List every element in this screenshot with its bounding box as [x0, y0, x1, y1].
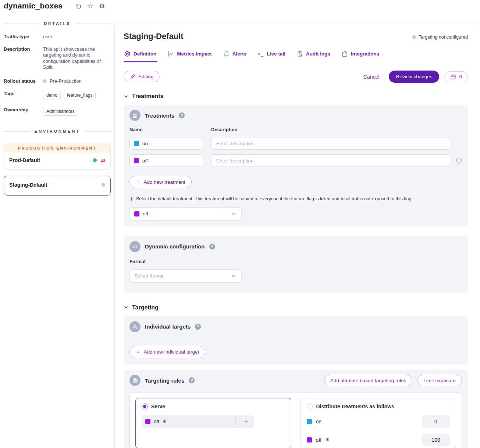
status-dot-active	[93, 158, 97, 162]
add-user-icon	[129, 321, 141, 332]
serve-label: Serve	[151, 404, 165, 409]
ownership-chip[interactable]: Administrators	[43, 107, 78, 116]
traffic-type-label: Traffic type	[4, 34, 43, 40]
distribution-percent-input[interactable]	[422, 415, 450, 428]
environment-card-staging[interactable]: Staging-Default	[4, 176, 111, 196]
flag-title: dynamic_boxes	[4, 1, 63, 10]
environment-card-prod[interactable]: PRODUCTION ENVIRONMENT Prod-Default ⇄	[4, 143, 111, 170]
audit-logs-icon	[297, 51, 303, 57]
serve-treatment-select[interactable]: off ✳	[142, 415, 254, 428]
name-column-header: Name	[129, 127, 203, 132]
rollout-status-value: Pre-Production	[43, 78, 111, 85]
star-icon[interactable]: ☆	[87, 3, 93, 9]
help-icon[interactable]: ?	[195, 324, 201, 330]
treatment-color-chip	[134, 158, 139, 163]
default-treatment-note: ✳ Select the default treatment. This tre…	[129, 196, 462, 202]
metrics-chart-icon	[168, 51, 174, 57]
add-new-individual-target-button[interactable]: ＋ Add new individual target	[129, 346, 205, 358]
individual-targets-panel: Individual targets ? ＋ Add new individua…	[124, 316, 468, 365]
add-attribute-rules-button[interactable]: Add attribute based targeting rules	[324, 375, 412, 386]
edit-toolbar: Editing Cancel Review changes 0	[124, 71, 468, 83]
distribute-label: Distribute treatments as follows	[316, 404, 394, 409]
ownership-row: Ownership Administrators	[0, 107, 114, 116]
traffic-type-value: user	[43, 34, 111, 40]
targeting-status-badge: Targeting not configured	[412, 35, 468, 40]
tab-live-tail[interactable]: >_ Live tail	[257, 48, 286, 62]
calendar-icon	[450, 74, 456, 80]
help-icon[interactable]: ?	[179, 112, 185, 118]
plus-icon: ＋	[136, 349, 141, 355]
description-column-header: Description	[211, 127, 238, 132]
treatments-grid-icon	[129, 110, 141, 121]
dynamic-configuration-title: Dynamic configuration	[145, 243, 205, 250]
treatment-color-chip	[145, 419, 150, 424]
tag-chip[interactable]: feature_flags	[64, 91, 96, 100]
individual-targets-title: Individual targets	[145, 323, 191, 330]
dynamic-configuration-panel: Dynamic configuration ? Format Select fo…	[124, 236, 468, 293]
serve-radio[interactable]	[142, 404, 147, 409]
targeting-rules-title: Targeting rules	[145, 377, 184, 384]
rollout-status-row: Rollout status Pre-Production	[0, 78, 114, 85]
distribute-radio[interactable]	[307, 404, 313, 409]
help-icon[interactable]: ?	[189, 377, 195, 383]
tab-metrics-impact[interactable]: Metrics impact	[167, 48, 213, 62]
pencil-icon	[130, 74, 135, 79]
cancel-button[interactable]: Cancel	[363, 74, 380, 80]
chevron-down-icon	[239, 419, 254, 424]
status-dot-inactive	[102, 183, 105, 187]
tag-chip[interactable]: demo	[43, 91, 61, 100]
distribution-percent-input[interactable]	[422, 434, 450, 446]
treatments-card-title: Treatments	[145, 112, 174, 119]
default-treatment-marker-icon: ✳	[326, 437, 330, 443]
treatment-description-input[interactable]	[211, 154, 450, 167]
tab-definition[interactable]: Definition	[124, 48, 157, 62]
help-icon[interactable]: ?	[209, 244, 215, 250]
description-row: Description This split showcases the tar…	[0, 46, 114, 71]
traffic-type-row: Traffic type user	[0, 34, 114, 40]
tab-alerts[interactable]: Alerts	[223, 48, 247, 62]
description-value: This split showcases the targeting and d…	[43, 46, 111, 71]
gear-icon[interactable]: ⚙	[99, 3, 105, 9]
targeting-section-header[interactable]: Targeting	[124, 304, 468, 311]
environment-name: Staging-Default	[9, 182, 47, 188]
limit-exposure-button[interactable]: Limit exposure	[417, 375, 462, 386]
format-select[interactable]: Select format	[129, 269, 242, 283]
treatment-description-input[interactable]	[211, 137, 450, 150]
default-treatment-marker-icon: ✳	[129, 196, 134, 202]
distribute-option-box[interactable]: Distribute treatments as follows on off …	[301, 398, 456, 448]
treatments-section-header[interactable]: Treatments	[124, 93, 468, 100]
tags-label: Tags	[4, 91, 43, 100]
targeting-rules-panel: Targeting rules ? Add attribute based ta…	[124, 370, 468, 448]
treatment-row: off !	[129, 154, 462, 167]
format-label: Format	[129, 259, 462, 264]
tab-integrations[interactable]: Integrations	[341, 48, 380, 62]
scheduled-changes-button[interactable]: 0	[444, 71, 468, 82]
swap-arrows-icon: ⇄	[100, 158, 105, 163]
distribution-row: on	[307, 415, 450, 428]
plus-icon: ＋	[136, 179, 141, 185]
review-changes-button[interactable]: Review changes	[389, 71, 439, 83]
status-dot-icon	[412, 35, 416, 39]
default-treatment-select[interactable]: off	[129, 207, 242, 221]
treatment-color-chip	[134, 141, 139, 146]
add-new-treatment-button[interactable]: ＋ Add new treatment	[129, 176, 192, 188]
treatment-color-chip	[307, 437, 312, 442]
editing-button[interactable]: Editing	[124, 71, 160, 82]
treatment-name-input[interactable]: on	[129, 137, 203, 150]
diamond-status-icon	[42, 79, 47, 83]
details-heading: DETAILS	[4, 21, 111, 26]
targeting-rule-row: Serve off ✳ Distribute treatments as fol	[129, 392, 462, 448]
serve-option-box[interactable]: Serve off ✳	[135, 398, 291, 448]
copy-icon[interactable]	[75, 3, 81, 9]
chevron-down-icon	[227, 211, 241, 216]
chevron-down-icon	[124, 94, 128, 99]
scheduled-count: 0	[459, 74, 462, 79]
chevron-down-icon	[227, 273, 241, 279]
treatment-color-chip	[134, 211, 139, 216]
tab-bar: Definition Metrics impact Alerts >_ Live…	[124, 48, 468, 62]
chevron-down-icon	[124, 305, 128, 310]
treatment-name-input[interactable]: off	[129, 154, 203, 167]
tab-audit-logs[interactable]: Audit logs	[296, 48, 331, 62]
default-treatment-marker-icon: ✳	[163, 419, 167, 424]
info-icon[interactable]: !	[456, 158, 462, 164]
